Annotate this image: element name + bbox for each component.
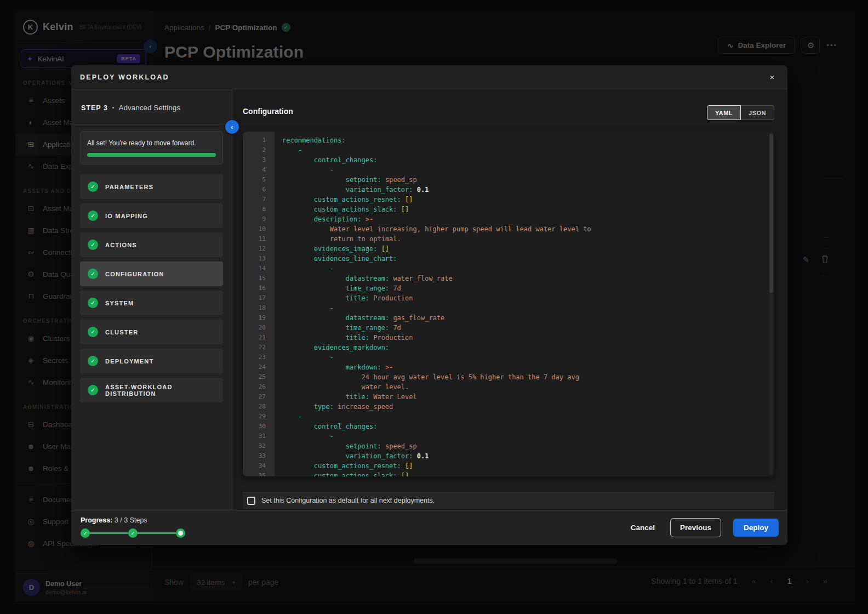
editor-scrollbar-thumb[interactable] [769, 134, 773, 293]
line-number: 21 [243, 333, 275, 343]
code-line: datastream: gas_flow_rate [282, 313, 768, 323]
code-line: return to optimal. [282, 234, 768, 244]
code-line: time_range: 7d [282, 323, 768, 333]
code-line: title: Production [282, 293, 768, 303]
code-line: custom_actions_slack: [] [282, 204, 768, 214]
line-number: 14 [243, 264, 275, 274]
step-item-label: CONFIGURATION [105, 271, 164, 277]
configuration-panel: Configuration YAML JSON 1234567891011121… [233, 89, 787, 510]
close-icon[interactable]: × [766, 71, 779, 84]
line-number: 16 [243, 283, 275, 293]
code-line: custom_actions_resnet: [] [282, 195, 768, 204]
modal-title: DEPLOY WORKLOAD [80, 73, 169, 81]
deploy-button[interactable]: Deploy [733, 519, 779, 537]
line-number: 29 [243, 412, 275, 422]
step-item-system[interactable]: ✓SYSTEM [80, 291, 223, 315]
step-item-label: ACTIONS [105, 242, 137, 248]
line-number: 12 [243, 244, 275, 254]
code-line: setpoint: speed_sp [282, 441, 768, 451]
step-number: STEP 3 [81, 104, 108, 112]
code-line: evidences_image: [] [282, 244, 768, 254]
code-line: variation_factor: 0.1 [282, 451, 768, 461]
deploy-workload-modal: DEPLOY WORKLOAD × STEP 3 • Advanced Sett… [71, 65, 787, 545]
line-number: 25 [243, 372, 275, 382]
yaml-toggle-button[interactable]: YAML [707, 105, 741, 120]
line-number: 31 [243, 431, 275, 441]
line-number: 30 [243, 422, 275, 431]
step-item-label: PARAMETERS [105, 184, 153, 190]
code-line: recommendations: [282, 135, 768, 145]
previous-button[interactable]: Previous [670, 518, 721, 537]
line-number: 13 [243, 254, 275, 264]
step-item-io-mapping[interactable]: ✓IO MAPPING [80, 203, 223, 228]
code-line: - [282, 431, 768, 441]
code-line: water level. [282, 382, 768, 392]
line-number: 26 [243, 382, 275, 392]
steps-list: ✓PARAMETERS✓IO MAPPING✓ACTIONS✓CONFIGURA… [80, 174, 223, 402]
code-line: control_changes: [282, 155, 768, 165]
progress-line [90, 532, 128, 534]
line-number: 5 [243, 175, 275, 185]
default-config-checkbox[interactable] [247, 497, 255, 505]
step-heading: STEP 3 • Advanced Settings [71, 89, 232, 112]
step-item-label: CLUSTER [105, 329, 138, 336]
line-number: 3 [243, 155, 275, 165]
code-line: control_changes: [282, 422, 768, 431]
code-line: - [282, 412, 768, 422]
line-number: 22 [243, 343, 275, 353]
step-item-configuration[interactable]: ✓CONFIGURATION [80, 261, 223, 286]
cancel-button[interactable]: Cancel [627, 519, 658, 536]
check-icon: ✓ [88, 327, 98, 337]
step-item-label: DEPLOYMENT [105, 358, 153, 365]
steps-panel: STEP 3 • Advanced Settings All set! You'… [71, 89, 232, 510]
code-line: description: >- [282, 214, 768, 224]
format-toggle: YAML JSON [707, 105, 774, 120]
line-number: 23 [243, 353, 275, 362]
code-line: time_range: 7d [282, 283, 768, 293]
footer-actions: Cancel Previous Deploy [627, 510, 779, 545]
all-set-text: All set! You're ready to move forward. [87, 139, 216, 147]
check-icon: ✓ [88, 298, 98, 308]
json-toggle-button[interactable]: JSON [741, 105, 774, 120]
code-area: recommendations:-control_changes:-setpoi… [275, 132, 768, 476]
line-number: 24 [243, 362, 275, 372]
check-icon: ✓ [131, 531, 135, 536]
line-number: 8 [243, 204, 275, 214]
check-icon: ✓ [88, 211, 98, 221]
progress-line [138, 532, 176, 534]
check-icon: ✓ [88, 356, 98, 366]
step-item-actions[interactable]: ✓ACTIONS [80, 232, 223, 257]
step-item-asset-workload-distribution[interactable]: ✓ASSET-WORKLOAD DISTRIBUTION [80, 378, 223, 402]
code-line: title: Production [282, 333, 768, 343]
collapse-steps-button[interactable]: ‹ [225, 120, 239, 134]
code-line: datastream: water_flow_rate [282, 274, 768, 283]
progress-indicator: Progress: 3 / 3 Steps ✓ ✓ [81, 516, 185, 538]
code-line: 24 hour avg water level is 5% higher tha… [282, 372, 768, 382]
step-item-deployment[interactable]: ✓DEPLOYMENT [80, 349, 223, 373]
check-icon: ✓ [83, 531, 88, 536]
line-number: 4 [243, 165, 275, 175]
check-icon: ✓ [88, 240, 98, 250]
line-number: 19 [243, 313, 275, 323]
code-line: setpoint: speed_sp [282, 175, 768, 185]
code-line: - [282, 353, 768, 362]
line-number: 15 [243, 274, 275, 283]
line-number: 7 [243, 195, 275, 204]
line-number: 11 [243, 234, 275, 244]
step-item-parameters[interactable]: ✓PARAMETERS [80, 174, 223, 199]
code-line: variation_factor: 0.1 [282, 185, 768, 195]
yaml-code-editor[interactable]: 1234567891011121314151617181920212223242… [243, 132, 774, 476]
code-line: - [282, 264, 768, 274]
progress-label: Progress: [81, 516, 112, 524]
step-item-cluster[interactable]: ✓CLUSTER [80, 320, 223, 344]
line-number: 33 [243, 451, 275, 461]
line-number: 6 [243, 185, 275, 195]
step-item-label: IO MAPPING [105, 213, 148, 219]
line-number: 9 [243, 214, 275, 224]
step3-current-dot [176, 528, 185, 538]
progress-value: 3 / 3 Steps [115, 516, 147, 524]
line-number: 1 [243, 135, 275, 145]
modal-footer: Progress: 3 / 3 Steps ✓ ✓ Cancel Previou… [71, 510, 787, 545]
line-number: 17 [243, 293, 275, 303]
code-line: markdown: >- [282, 362, 768, 372]
